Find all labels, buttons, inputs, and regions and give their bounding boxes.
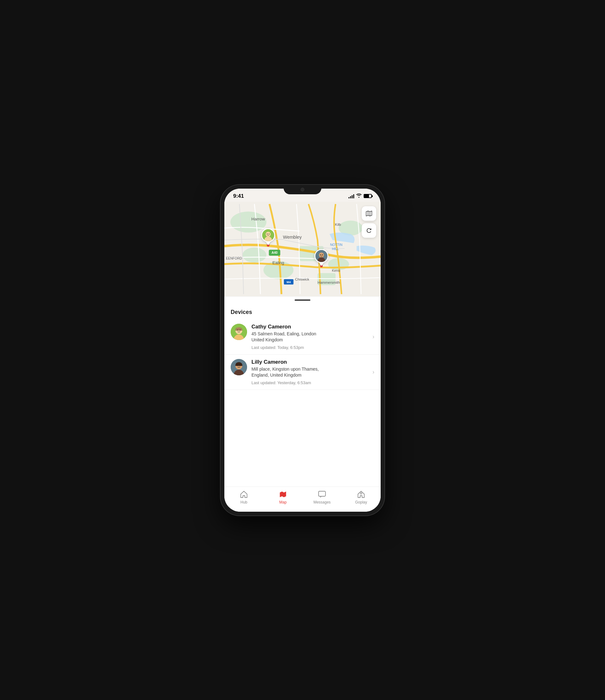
svg-text:EENFORD: EENFORD: [226, 257, 242, 260]
svg-point-28: [268, 233, 269, 234]
svg-text:Kensi: Kensi: [332, 269, 340, 272]
map-nav-icon: [279, 490, 287, 499]
svg-point-32: [320, 254, 321, 255]
map-area[interactable]: A40 M4 Harrow Wembley Ealing Kilb NOTTIN…: [224, 202, 381, 296]
camera-notch: [284, 185, 321, 194]
map-icon: [365, 210, 373, 217]
hub-icon: [240, 490, 248, 499]
device-info-lilly: Lilly Cameron Mill place, Kingston upon …: [251, 359, 367, 385]
device-name-cathy: Cathy Cameron: [251, 324, 367, 330]
device-address-lilly: Mill place, Kingston upon Thames, Englan…: [251, 366, 367, 378]
nav-label-goplay: Goplay: [355, 500, 367, 504]
device-updated-lilly: Last updated: Yesterday, 6:53am: [251, 380, 367, 385]
svg-text:A40: A40: [272, 251, 277, 254]
nav-item-hub[interactable]: Hub: [235, 490, 253, 504]
nav-label-messages: Messages: [314, 500, 331, 504]
bottom-nav: Hub Map: [224, 486, 381, 512]
svg-point-30: [319, 253, 324, 257]
signal-icon: [348, 194, 354, 198]
messages-icon: [318, 490, 326, 499]
svg-point-47: [361, 493, 362, 494]
nav-item-messages[interactable]: Messages: [313, 490, 332, 504]
camera-dot: [300, 188, 305, 192]
map-toggle-button[interactable]: [362, 206, 376, 221]
svg-rect-46: [319, 491, 325, 496]
device-item-lilly[interactable]: Lilly Cameron Mill place, Kingston upon …: [224, 355, 381, 390]
wifi-icon: [356, 193, 362, 199]
pin-cathy-avatar: [261, 228, 275, 242]
svg-point-25: [266, 232, 271, 237]
status-icons: [348, 193, 372, 199]
pin-tail: [266, 242, 271, 245]
devices-section: Devices Cathy Cameron: [224, 304, 381, 486]
phone-screen: 9:41: [224, 189, 381, 512]
device-updated-cathy: Last updated: Today, 6:53pm: [251, 345, 367, 350]
device-info-cathy: Cathy Cameron 45 Salmen Road, Ealing, Lo…: [251, 324, 367, 350]
svg-point-6: [242, 248, 266, 262]
svg-text:HILL: HILL: [332, 247, 339, 250]
pin-tail-lilly: [319, 262, 324, 266]
swipe-handle: [295, 299, 310, 301]
svg-text:Ealing: Ealing: [272, 260, 284, 265]
goplay-icon: [357, 490, 365, 499]
map-background: A40 M4 Harrow Wembley Ealing Kilb NOTTIN…: [224, 202, 381, 296]
svg-point-33: [322, 254, 323, 255]
device-name-lilly: Lilly Cameron: [251, 359, 367, 365]
svg-text:Harrow: Harrow: [251, 217, 265, 221]
status-time: 9:41: [233, 193, 244, 199]
nav-item-goplay[interactable]: Goplay: [352, 490, 370, 504]
svg-text:Hammersmith: Hammersmith: [318, 280, 340, 284]
phone-frame: 9:41: [221, 185, 384, 516]
nav-label-map: Map: [279, 500, 286, 504]
device-item-cathy[interactable]: Cathy Cameron 45 Salmen Road, Ealing, Lo…: [224, 319, 381, 355]
nav-label-hub: Hub: [240, 500, 247, 504]
svg-text:M4: M4: [287, 280, 291, 283]
refresh-button[interactable]: [362, 223, 376, 238]
device-chevron-cathy[interactable]: ›: [372, 333, 374, 340]
refresh-icon: [365, 227, 372, 234]
devices-header: Devices: [224, 304, 381, 319]
device-avatar-lilly: [231, 359, 247, 375]
svg-point-27: [267, 233, 268, 234]
svg-text:Chiswick: Chiswick: [295, 277, 309, 281]
battery-icon: [364, 194, 372, 198]
nav-item-map[interactable]: Map: [273, 490, 292, 504]
svg-text:Kilb: Kilb: [335, 222, 341, 226]
pin-lilly-avatar: [314, 249, 328, 263]
pin-lilly[interactable]: [314, 249, 328, 267]
svg-text:NOTTIN: NOTTIN: [330, 243, 342, 247]
map-svg: A40 M4 Harrow Wembley Ealing Kilb NOTTIN…: [224, 202, 381, 296]
device-chevron-lilly[interactable]: ›: [372, 369, 374, 375]
svg-text:Wembley: Wembley: [283, 234, 302, 239]
device-avatar-cathy: [231, 324, 247, 340]
swipe-handle-area[interactable]: [224, 296, 381, 304]
device-address-cathy: 45 Salmen Road, Ealing, London United Ki…: [251, 331, 367, 343]
pin-cathy[interactable]: [261, 228, 275, 247]
